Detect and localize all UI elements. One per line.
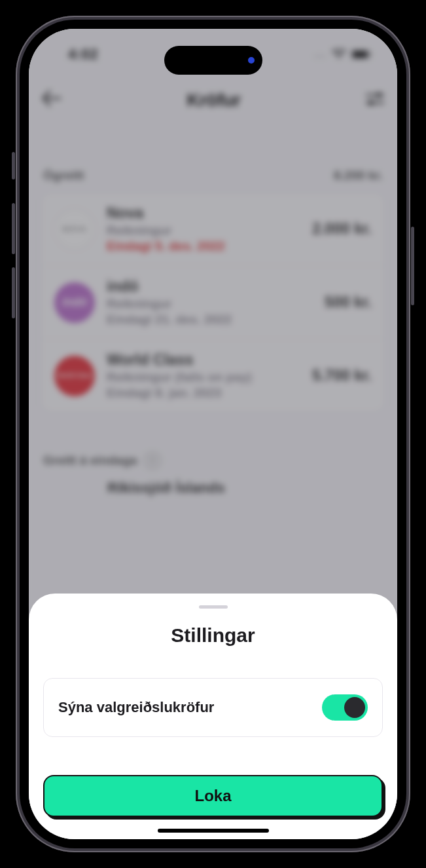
toggle-show-optional[interactable] — [322, 694, 368, 721]
close-button[interactable]: Loka — [43, 775, 383, 817]
close-button-label: Loka — [194, 787, 231, 805]
dynamic-island — [164, 46, 262, 75]
setting-label: Sýna valgreiðslukröfur — [58, 699, 214, 716]
sheet-grabber[interactable] — [199, 605, 228, 609]
setting-row-optional-claims: Sýna valgreiðslukröfur — [43, 678, 383, 737]
home-indicator[interactable] — [158, 829, 269, 833]
settings-sheet: Stillingar Sýna valgreiðslukröfur Loka — [29, 594, 397, 839]
sheet-title: Stillingar — [43, 624, 383, 647]
toggle-knob — [344, 697, 365, 718]
